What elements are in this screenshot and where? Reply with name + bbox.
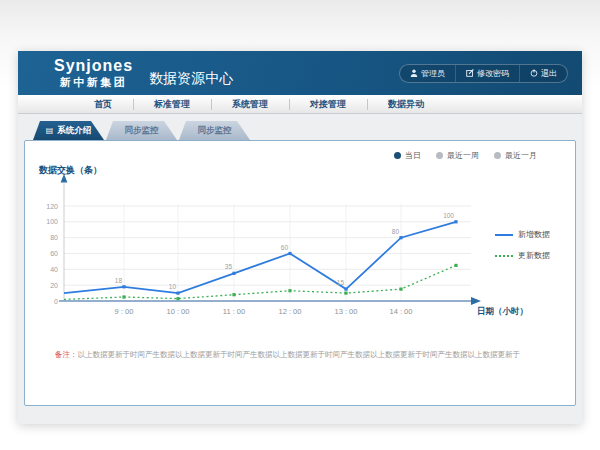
range-option-last-month[interactable]: 最近一月 [494, 150, 537, 161]
logout-label: 退出 [541, 68, 557, 79]
app-window: Synjones 新中新集团 数据资源中心 管理员 修改密码 [18, 51, 582, 424]
tab-sync-monitor-2[interactable]: 同步监控 [179, 121, 250, 140]
tab-system-intro[interactable]: ▤ 系统介绍 [33, 121, 104, 140]
nav-item-standard-mgmt[interactable]: 标准管理 [133, 98, 211, 111]
edit-icon [466, 69, 474, 77]
content-area: ▤ 系统介绍 同步监控 同步监控 当日 [18, 114, 582, 424]
tab-sync-monitor-1[interactable]: 同步监控 [106, 121, 177, 140]
svg-text:80: 80 [50, 234, 58, 241]
brand-logo-en: Synjones [54, 58, 133, 74]
radio-dot [494, 152, 501, 159]
change-password-label: 修改密码 [477, 68, 509, 79]
svg-text:40: 40 [50, 266, 58, 273]
app-header: Synjones 新中新集团 数据资源中心 管理员 修改密码 [18, 51, 582, 95]
tab-label: 同步监控 [125, 125, 159, 137]
radio-label: 最近一周 [447, 150, 479, 161]
user-label: 管理员 [421, 68, 445, 79]
user-icon [410, 69, 418, 77]
change-password-button[interactable]: 修改密码 [455, 65, 519, 82]
brand-logo-cn: 新中新集团 [60, 77, 128, 88]
footnote-text: 以上数据更新于时间产生数据以上数据更新于时间产生数据以上数据更新于时间产生数据以… [78, 350, 521, 359]
user-menu: 管理员 修改密码 退出 [399, 64, 568, 83]
svg-text:12 : 00: 12 : 00 [279, 307, 302, 316]
svg-text:13 : 00: 13 : 00 [335, 307, 358, 316]
svg-text:11 : 00: 11 : 00 [223, 307, 245, 316]
line-chart: 0204060801001209 : 0010 : 0011 : 0012 : … [25, 171, 571, 323]
svg-text:120: 120 [46, 203, 58, 210]
document-icon: ▤ [46, 127, 54, 135]
nav-item-system-mgmt[interactable]: 系统管理 [211, 98, 289, 111]
svg-text:9 : 00: 9 : 00 [115, 307, 134, 316]
svg-text:80: 80 [392, 228, 400, 235]
solid-line-swatch [495, 234, 513, 236]
svg-text:0: 0 [54, 298, 58, 305]
screenshot-canvas: Synjones 新中新集团 数据资源中心 管理员 修改密码 [0, 0, 600, 450]
range-option-today[interactable]: 当日 [394, 150, 421, 161]
tab-label: 同步监控 [198, 125, 232, 137]
svg-text:14 : 00: 14 : 00 [390, 307, 413, 316]
footnote-prefix: 备注： [55, 350, 78, 359]
svg-text:100: 100 [46, 218, 58, 225]
nav-item-interface-mgmt[interactable]: 对接管理 [289, 98, 367, 111]
svg-text:35: 35 [225, 263, 233, 270]
app-title: 数据资源中心 [149, 70, 233, 88]
radio-dot [394, 152, 401, 159]
legend-new-data: 新增数据 [495, 229, 550, 240]
radio-label: 当日 [405, 150, 421, 161]
svg-text:18: 18 [115, 277, 123, 284]
radio-label: 最近一月 [505, 150, 537, 161]
footnote: 备注：以上数据更新于时间产生数据以上数据更新于时间产生数据以上数据更新于时间产生… [55, 350, 555, 360]
user-button[interactable]: 管理员 [400, 65, 455, 82]
range-option-last-week[interactable]: 最近一周 [436, 150, 479, 161]
nav-item-home[interactable]: 首页 [73, 98, 133, 111]
nav-item-data-change[interactable]: 数据异动 [367, 98, 445, 111]
svg-text:10: 10 [169, 283, 177, 290]
legend-label: 新增数据 [518, 229, 550, 240]
svg-text:60: 60 [50, 250, 58, 257]
logout-button[interactable]: 退出 [519, 65, 567, 82]
radio-dot [436, 152, 443, 159]
brand-logo: Synjones 新中新集团 [54, 58, 133, 88]
range-filter-group: 当日 最近一周 最近一月 [394, 150, 537, 161]
svg-text:60: 60 [281, 244, 289, 251]
legend-update-data: 更新数据 [495, 250, 550, 261]
tab-bar: ▤ 系统介绍 同步监控 同步监控 [33, 121, 576, 140]
dotted-line-swatch [495, 255, 513, 257]
chart-panel: 当日 最近一周 最近一月 数据交换（条） 0204060801001209 : … [24, 140, 576, 406]
legend-label: 更新数据 [518, 250, 550, 261]
svg-text:20: 20 [50, 282, 58, 289]
svg-text:15: 15 [337, 279, 345, 286]
chart-legend: 新增数据 更新数据 [495, 229, 550, 261]
tab-label: 系统介绍 [57, 125, 91, 137]
main-nav: 首页 标准管理 系统管理 对接管理 数据异动 [18, 95, 582, 114]
svg-text:100: 100 [443, 212, 454, 219]
svg-text:10 : 00: 10 : 00 [167, 307, 190, 316]
power-icon [530, 69, 538, 77]
svg-text:日期（小时）: 日期（小时） [477, 306, 528, 316]
